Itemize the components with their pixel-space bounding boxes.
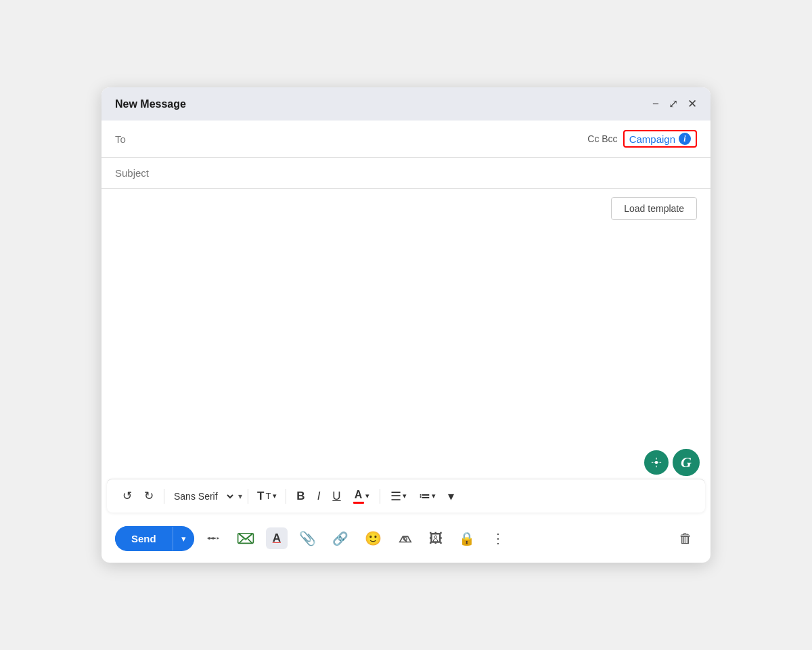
grammarly-icon[interactable]: G xyxy=(673,449,700,476)
italic-icon: I xyxy=(317,490,321,503)
format-text-button[interactable]: A xyxy=(266,527,288,549)
expand-button[interactable]: ⤢ xyxy=(669,97,678,111)
close-button[interactable]: ✕ xyxy=(687,97,697,111)
redo-button[interactable]: ↻ xyxy=(139,485,158,506)
drive-icon xyxy=(398,531,413,546)
campaign-label: Campaign xyxy=(629,133,675,145)
compose-header: New Message − ⤢ ✕ xyxy=(102,87,710,121)
load-template-button[interactable]: Load template xyxy=(611,197,697,220)
list-button[interactable]: ≔ ▾ xyxy=(414,485,441,506)
send-button-group: Send ▾ xyxy=(115,526,194,551)
redo-icon: ↻ xyxy=(144,489,154,503)
format-options-button[interactable] xyxy=(201,526,225,550)
gmass-button[interactable] xyxy=(232,525,259,552)
more-options-icon: ⋮ xyxy=(491,530,505,546)
more-icon: ▾ xyxy=(448,489,454,504)
more-formatting-button[interactable]: ▾ xyxy=(443,485,459,507)
align-icon: ☰ xyxy=(390,489,401,504)
insert-drive-button[interactable] xyxy=(393,526,418,550)
trash-icon: 🗑 xyxy=(679,531,692,546)
align-chevron: ▾ xyxy=(403,492,407,500)
attach-file-button[interactable]: 📎 xyxy=(294,525,321,551)
list-chevron: ▾ xyxy=(432,492,436,500)
header-actions: − ⤢ ✕ xyxy=(652,97,697,111)
font-size-button[interactable]: TT ▾ xyxy=(254,486,280,506)
floating-icons: G xyxy=(102,446,710,479)
campaign-button[interactable]: Campaign i xyxy=(623,130,697,148)
align-button[interactable]: ☰ ▾ xyxy=(386,485,411,507)
formatting-toolbar: ↺ ↻ Sans Serif Serif Monospace ▾ TT ▾ B xyxy=(107,479,705,513)
send-button[interactable]: Send xyxy=(115,526,173,551)
message-area: Load template xyxy=(102,189,710,446)
toolbar-divider-2 xyxy=(248,489,248,504)
insert-emoji-button[interactable]: 🙂 xyxy=(360,525,386,551)
svg-rect-4 xyxy=(237,529,254,547)
more-options-button[interactable]: ⋮ xyxy=(487,525,510,551)
to-input[interactable] xyxy=(156,133,587,145)
to-row: To Cc Bcc Campaign i xyxy=(102,121,710,158)
lock-icon: 🔒 xyxy=(459,531,475,546)
list-icon: ≔ xyxy=(419,489,430,503)
photo-icon: 🖼 xyxy=(429,531,443,546)
font-size-chevron: ▾ xyxy=(273,492,277,500)
cc-bcc-button[interactable]: Cc Bcc xyxy=(587,133,617,144)
compose-window: New Message − ⤢ ✕ To Cc Bcc Campaign i xyxy=(102,87,710,563)
format-options-icon xyxy=(206,531,221,546)
toolbar-divider-1 xyxy=(164,489,164,504)
link-icon: 🔗 xyxy=(332,531,348,546)
bottom-toolbar: Send ▾ xyxy=(102,518,710,563)
compose-title: New Message xyxy=(115,98,186,110)
subject-row xyxy=(102,158,710,189)
bold-icon: B xyxy=(296,490,304,503)
emoji-icon: 🙂 xyxy=(365,530,382,546)
undo-icon: ↺ xyxy=(122,489,132,503)
underline-icon: U xyxy=(332,490,340,503)
insert-link-button[interactable]: 🔗 xyxy=(328,526,353,551)
font-family-select[interactable]: Sans Serif Serif Monospace xyxy=(170,488,235,505)
text-color-chevron: ▾ xyxy=(365,492,369,500)
bold-button[interactable]: B xyxy=(292,486,309,506)
text-color-icon: A xyxy=(353,488,364,504)
toolbar-divider-4 xyxy=(380,489,380,504)
format-a-icon: A xyxy=(273,532,281,545)
underline-button[interactable]: U xyxy=(328,486,345,506)
svg-point-1 xyxy=(655,461,658,464)
minimize-button[interactable]: − xyxy=(652,98,659,111)
insert-photo-button[interactable]: 🖼 xyxy=(424,526,447,551)
campaign-info-icon: i xyxy=(679,133,691,145)
to-label: To xyxy=(115,133,156,145)
send-dropdown-button[interactable]: ▾ xyxy=(173,527,194,550)
delete-button[interactable]: 🗑 xyxy=(674,526,697,551)
send-dropdown-arrow: ▾ xyxy=(181,534,186,544)
to-field-actions: Cc Bcc Campaign i xyxy=(587,130,697,148)
gmass-icon xyxy=(237,529,254,547)
compose-body: To Cc Bcc Campaign i Load template xyxy=(102,121,710,563)
font-select-arrow: ▾ xyxy=(238,492,242,501)
text-color-button[interactable]: A ▾ xyxy=(348,485,374,507)
confidential-button[interactable]: 🔒 xyxy=(454,526,480,551)
smart-compose-icon[interactable] xyxy=(644,450,669,475)
message-editor[interactable] xyxy=(115,225,697,438)
subject-input[interactable] xyxy=(115,167,697,179)
italic-button[interactable]: I xyxy=(313,486,325,506)
attach-icon: 📎 xyxy=(299,530,316,546)
toolbar-divider-3 xyxy=(286,489,286,504)
font-size-icon: T xyxy=(257,490,264,503)
undo-button[interactable]: ↺ xyxy=(118,485,137,506)
